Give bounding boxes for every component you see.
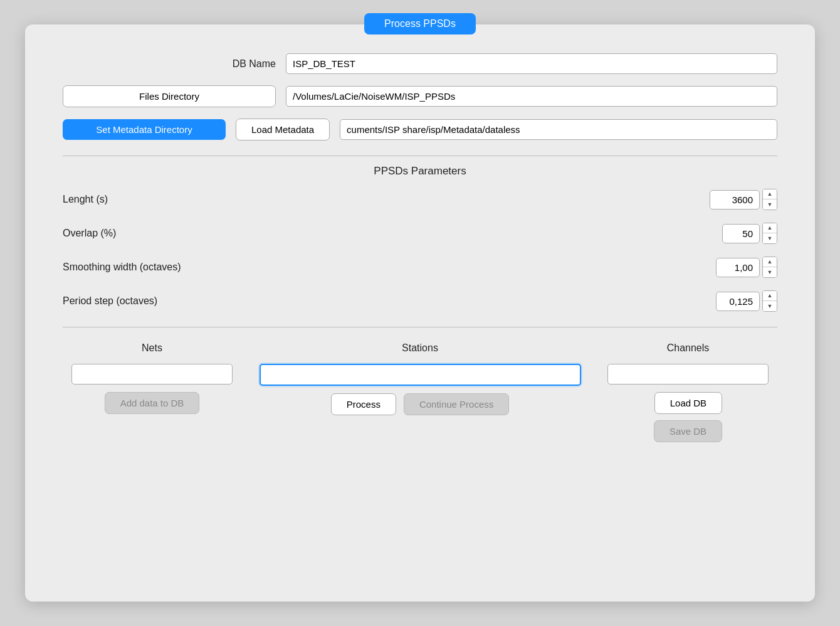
period-step-down-button[interactable]: ▼ xyxy=(763,301,777,311)
period-step-stepper: ▲ ▼ xyxy=(716,290,777,312)
length-stepper-buttons: ▲ ▼ xyxy=(762,189,777,210)
files-directory-button[interactable]: Files Directory xyxy=(63,85,276,107)
period-step-row: Period step (octaves) ▲ ▼ xyxy=(63,290,777,312)
channels-input[interactable] xyxy=(607,364,769,385)
length-down-button[interactable]: ▼ xyxy=(763,199,777,210)
smoothing-label: Smoothing width (octaves) xyxy=(63,262,710,273)
top-form: DB Name Files Directory Set Metadata Dir… xyxy=(63,53,777,141)
period-step-up-button[interactable]: ▲ xyxy=(763,291,777,301)
smoothing-up-button[interactable]: ▲ xyxy=(763,257,777,267)
stations-input[interactable] xyxy=(260,364,581,386)
period-step-label: Period step (octaves) xyxy=(63,295,710,307)
overlap-down-button[interactable]: ▼ xyxy=(763,233,777,243)
smoothing-stepper-buttons: ▲ ▼ xyxy=(762,257,777,278)
overlap-row: Overlap (%) ▲ ▼ xyxy=(63,223,777,244)
load-db-button[interactable]: Load DB xyxy=(654,392,722,414)
period-step-input[interactable] xyxy=(716,292,760,311)
continue-process-button: Continue Process xyxy=(404,393,509,415)
set-metadata-directory-button[interactable]: Set Metadata Directory xyxy=(63,119,226,140)
channels-column: Channels Load DB Save DB xyxy=(599,342,777,442)
overlap-input[interactable] xyxy=(722,224,760,243)
length-stepper: ▲ ▼ xyxy=(710,189,777,210)
length-input[interactable] xyxy=(710,190,760,210)
db-name-row: DB Name xyxy=(63,53,777,74)
files-directory-input[interactable] xyxy=(286,86,777,107)
db-name-input[interactable] xyxy=(286,53,777,74)
smoothing-input[interactable] xyxy=(716,258,760,277)
stations-btn-row: Process Continue Process xyxy=(331,393,510,415)
nets-header: Nets xyxy=(142,342,162,354)
overlap-label: Overlap (%) xyxy=(63,228,716,239)
overlap-stepper: ▲ ▼ xyxy=(722,223,777,244)
length-row: Lenght (s) ▲ ▼ xyxy=(63,189,777,210)
overlap-stepper-buttons: ▲ ▼ xyxy=(762,223,777,244)
smoothing-stepper: ▲ ▼ xyxy=(716,257,777,278)
channels-btn-row: Load DB Save DB xyxy=(654,392,722,442)
nets-btn-row: Add data to DB xyxy=(105,392,200,414)
period-step-stepper-buttons: ▲ ▼ xyxy=(762,290,777,312)
smoothing-row: Smoothing width (octaves) ▲ ▼ xyxy=(63,257,777,278)
divider-2 xyxy=(63,327,777,327)
metadata-row: Set Metadata Directory Load Metadata xyxy=(63,119,777,141)
process-ppsds-title[interactable]: Process PPSDs xyxy=(364,13,476,34)
length-up-button[interactable]: ▲ xyxy=(763,189,777,199)
stations-column: Stations Process Continue Process xyxy=(241,342,599,442)
bottom-section: Nets Add data to DB Stations Process Con… xyxy=(63,342,777,442)
ppsd-params-title: PPSDs Parameters xyxy=(63,165,777,178)
save-db-button: Save DB xyxy=(654,420,722,442)
divider-1 xyxy=(63,156,777,156)
db-name-label: DB Name xyxy=(63,58,276,70)
stations-header: Stations xyxy=(402,342,438,354)
nets-input[interactable] xyxy=(71,364,233,385)
main-window: Process PPSDs DB Name Files Directory Se… xyxy=(25,24,815,602)
length-label: Lenght (s) xyxy=(63,194,703,205)
overlap-up-button[interactable]: ▲ xyxy=(763,223,777,233)
metadata-input[interactable] xyxy=(340,119,777,140)
add-data-to-db-button: Add data to DB xyxy=(105,392,200,414)
title-bar: Process PPSDs xyxy=(63,13,777,34)
params-section: Lenght (s) ▲ ▼ Overlap (%) ▲ ▼ Smo xyxy=(63,189,777,312)
channels-header: Channels xyxy=(667,342,710,354)
process-button[interactable]: Process xyxy=(331,393,396,415)
nets-column: Nets Add data to DB xyxy=(63,342,241,442)
files-directory-row: Files Directory xyxy=(63,85,777,107)
load-metadata-button[interactable]: Load Metadata xyxy=(236,119,330,141)
smoothing-down-button[interactable]: ▼ xyxy=(763,267,777,277)
